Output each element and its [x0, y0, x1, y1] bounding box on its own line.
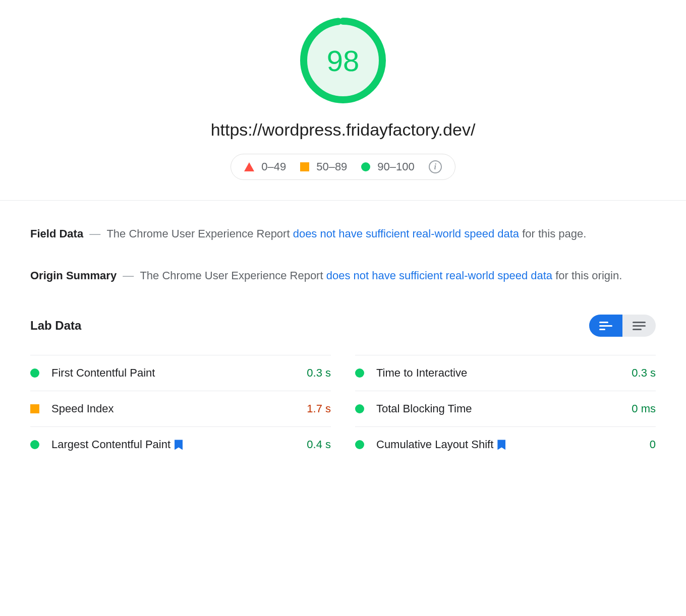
circle-icon [30, 440, 39, 449]
core-web-vital-flag-icon [497, 440, 505, 450]
info-icon[interactable]: i [429, 160, 442, 173]
metric-value: 0.4 s [307, 438, 331, 451]
core-web-vital-flag-icon [175, 440, 183, 450]
legend-poor: 0–49 [244, 160, 286, 173]
field-data-title: Field Data [30, 227, 83, 240]
triangle-icon [244, 162, 254, 171]
metric-value: 1.7 s [307, 402, 331, 415]
metrics-grid: First Contentful Paint0.3 sTime to Inter… [0, 337, 686, 472]
origin-summary-section: Origin Summary — The Chrome User Experie… [0, 242, 686, 284]
view-toggle-expanded[interactable] [622, 315, 656, 337]
metric-value: 0.3 s [632, 366, 656, 380]
metric-value: 0.3 s [307, 366, 331, 380]
field-data-post: for this page. [519, 227, 586, 240]
metric-name: Total Blocking Time [376, 402, 632, 415]
legend-good-label: 90–100 [377, 160, 414, 173]
score-value: 98 [298, 15, 388, 106]
tested-url: https://wordpress.fridayfactory.dev/ [211, 120, 476, 140]
view-toggle [589, 315, 656, 337]
circle-icon [355, 440, 364, 449]
metric-name: First Contentful Paint [51, 366, 307, 380]
square-icon [30, 404, 39, 413]
metric-row[interactable]: Total Blocking Time0 ms [355, 391, 656, 426]
metric-row[interactable]: First Contentful Paint0.3 s [30, 355, 331, 391]
lab-data-title: Lab Data [30, 319, 81, 333]
origin-summary-post: for this origin. [552, 269, 622, 282]
legend-average: 50–89 [300, 160, 347, 173]
square-icon [300, 162, 309, 171]
metric-value: 0 ms [632, 402, 656, 415]
metric-row[interactable]: Speed Index1.7 s [30, 391, 331, 426]
circle-icon [361, 162, 370, 171]
origin-summary-title: Origin Summary [30, 269, 117, 282]
metric-row[interactable]: Cumulative Layout Shift0 [355, 426, 656, 462]
origin-summary-link[interactable]: does not have sufficient real-world spee… [326, 269, 552, 282]
field-data-pre: The Chrome User Experience Report [106, 227, 293, 240]
legend-avg-label: 50–89 [316, 160, 347, 173]
legend-good: 90–100 [361, 160, 414, 173]
metric-row[interactable]: Time to Interactive0.3 s [355, 355, 656, 391]
field-data-link[interactable]: does not have sufficient real-world spee… [293, 227, 519, 240]
metric-name: Cumulative Layout Shift [376, 438, 650, 451]
circle-icon [30, 368, 39, 378]
circle-icon [355, 404, 364, 413]
score-legend: 0–49 50–89 90–100 i [231, 154, 455, 180]
field-data-section: Field Data — The Chrome User Experience … [0, 201, 686, 242]
metric-name: Time to Interactive [376, 366, 632, 380]
metric-name: Speed Index [51, 402, 307, 415]
score-gauge: 98 [298, 15, 388, 106]
origin-summary-pre: The Chrome User Experience Report [140, 269, 326, 282]
metric-name: Largest Contentful Paint [51, 438, 307, 451]
legend-poor-label: 0–49 [261, 160, 286, 173]
view-toggle-compact[interactable] [589, 315, 622, 337]
metric-row[interactable]: Largest Contentful Paint0.4 s [30, 426, 331, 462]
metric-value: 0 [650, 438, 656, 451]
circle-icon [355, 368, 364, 378]
